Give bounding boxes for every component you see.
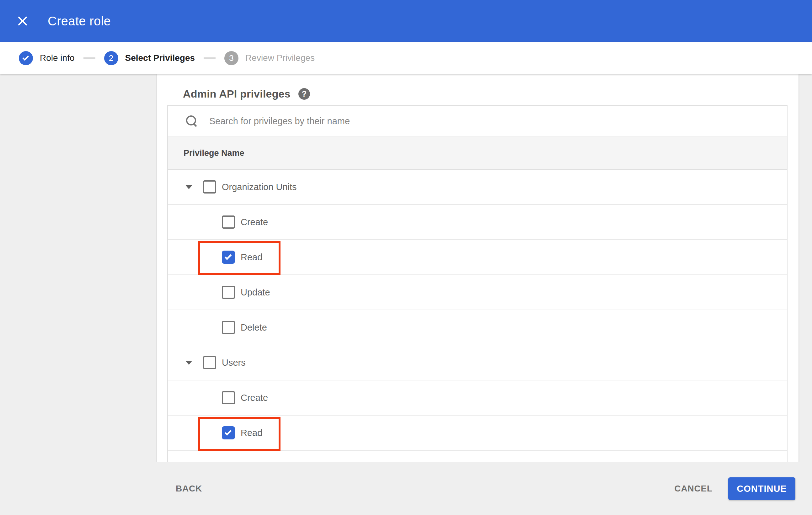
row-users-create: Create bbox=[168, 381, 787, 416]
privilege-label: Users bbox=[222, 358, 246, 368]
row-partial bbox=[168, 451, 787, 462]
privilege-label: Update bbox=[241, 287, 270, 298]
main-area: Admin API privileges ? Privilege Name Or… bbox=[0, 74, 812, 515]
step-label: Role info bbox=[40, 53, 75, 63]
privilege-label: Delete bbox=[241, 323, 267, 333]
step-number-circle: 2 bbox=[104, 51, 118, 65]
column-header-privilege-name: Privilege Name bbox=[183, 148, 244, 158]
continue-button[interactable]: CONTINUE bbox=[728, 477, 795, 500]
close-button[interactable] bbox=[14, 12, 31, 30]
search-row bbox=[168, 106, 787, 137]
search-icon bbox=[186, 115, 197, 127]
checkbox-ou-read-checked[interactable] bbox=[222, 251, 235, 264]
collapse-arrow-icon[interactable] bbox=[185, 361, 192, 365]
step-review-privileges[interactable]: 3 Review Privileges bbox=[224, 51, 315, 65]
app-bar: Create role bbox=[0, 0, 812, 42]
row-ou-read: Read bbox=[168, 240, 787, 275]
checkbox-users-create[interactable] bbox=[222, 391, 235, 404]
checkbox-ou-create[interactable] bbox=[222, 215, 235, 229]
row-users-read: Read bbox=[168, 416, 787, 451]
help-icon[interactable]: ? bbox=[298, 88, 310, 100]
check-icon bbox=[224, 253, 232, 260]
checkbox-users-read-checked[interactable] bbox=[222, 426, 235, 440]
red-highlight-box bbox=[198, 417, 281, 451]
red-highlight-box bbox=[198, 241, 281, 275]
step-select-privileges[interactable]: 2 Select Privileges bbox=[104, 51, 195, 65]
row-ou-create: Create bbox=[168, 205, 787, 240]
section-title: Admin API privileges bbox=[183, 88, 291, 100]
close-icon bbox=[17, 16, 28, 26]
privilege-label: Read bbox=[241, 428, 262, 438]
cancel-button[interactable]: CANCEL bbox=[674, 484, 713, 494]
row-users: Users bbox=[168, 345, 787, 381]
privilege-label: Create bbox=[241, 393, 268, 403]
search-input[interactable] bbox=[209, 116, 648, 126]
checkbox-ou-update[interactable] bbox=[222, 286, 235, 299]
back-button[interactable]: BACK bbox=[176, 484, 202, 494]
privilege-label: Read bbox=[241, 252, 262, 263]
card-heading: Admin API privileges ? bbox=[157, 74, 799, 100]
step-number-circle: 3 bbox=[224, 51, 238, 65]
row-ou-delete: Delete bbox=[168, 310, 787, 345]
row-organization-units: Organization Units bbox=[168, 170, 787, 205]
check-icon bbox=[23, 54, 29, 61]
checkbox-organization-units[interactable] bbox=[203, 180, 216, 193]
privileges-table: Privilege Name Organization Units Create… bbox=[167, 105, 787, 462]
step-connector bbox=[204, 57, 215, 59]
check-icon bbox=[224, 428, 232, 436]
step-complete-circle bbox=[19, 51, 33, 65]
row-ou-update: Update bbox=[168, 275, 787, 310]
step-label: Review Privileges bbox=[245, 53, 315, 63]
page-title: Create role bbox=[48, 14, 111, 28]
table-header-row: Privilege Name bbox=[168, 137, 787, 170]
collapse-arrow-icon[interactable] bbox=[185, 185, 192, 189]
step-label: Select Privileges bbox=[125, 53, 195, 63]
checkbox-ou-delete[interactable] bbox=[222, 321, 235, 334]
privilege-label: Organization Units bbox=[222, 182, 297, 192]
step-connector bbox=[83, 57, 95, 59]
footer-bar: BACK CANCEL CONTINUE bbox=[0, 462, 812, 515]
step-role-info[interactable]: Role info bbox=[19, 51, 75, 65]
privileges-card: Admin API privileges ? Privilege Name Or… bbox=[157, 74, 799, 462]
stepper: Role info 2 Select Privileges 3 Review P… bbox=[0, 42, 812, 74]
privilege-label: Create bbox=[241, 217, 268, 228]
checkbox-users[interactable] bbox=[203, 356, 216, 369]
